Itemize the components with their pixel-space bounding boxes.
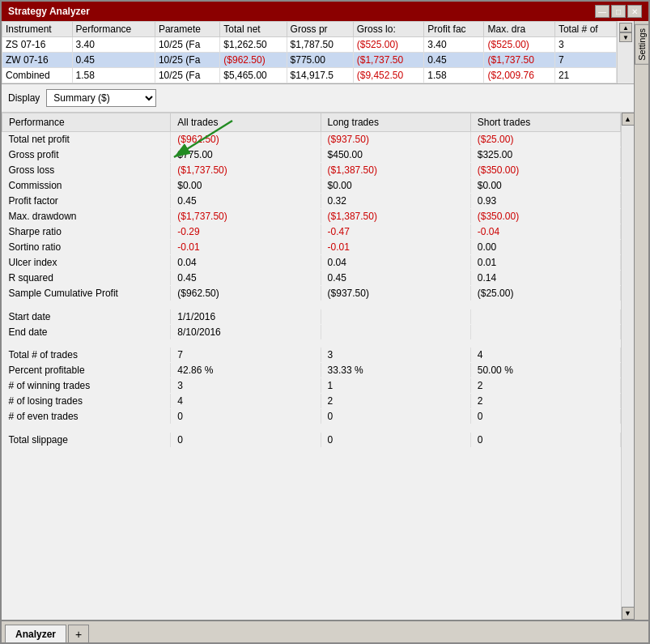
table-cell: $1,262.50 [220,37,287,53]
table-cell: ($2,009.76 [484,68,554,83]
instruments-scroll-down[interactable]: ▼ [619,32,632,42]
long-trades-cell: ($937.50) [321,132,470,147]
table-cell: 10/25 (Fa [155,68,219,83]
long-trades-cell: 2 [321,394,470,409]
table-cell: 1.58 [424,68,484,83]
spacer-cell [470,301,620,309]
table-row[interactable]: Combined1.5810/25 (Fa$5,465.00$14,917.5(… [2,68,617,83]
long-trades-cell [321,309,470,325]
table-cell: 10/25 (Fa [155,37,219,53]
spacer-cell [171,339,321,348]
main-content: Instrument Performance Paramete Total ne… [2,21,648,620]
table-row: R squared0.450.450.14 [2,271,621,286]
table-cell: Combined [2,68,73,83]
all-trades-cell: 3 [171,378,321,394]
table-cell: $1,787.50 [287,37,353,53]
scroll-up-button[interactable]: ▲ [622,113,635,126]
instruments-scroll-up[interactable]: ▲ [619,23,632,32]
row-label: R squared [2,271,171,286]
all-trades-cell: ($962.50) [171,132,321,147]
long-trades-cell: 1 [321,378,470,394]
table-row[interactable]: ZS 07-163.4010/25 (Fa$1,262.50$1,787.50(… [2,37,617,53]
close-button[interactable]: ✕ [627,5,642,18]
table-cell: 0.45 [424,53,484,68]
table-row [2,339,621,348]
table-cell: ZS 07-16 [2,37,73,53]
table-row [2,301,621,309]
row-label: Gross profit [2,147,171,163]
scroll-down-button[interactable]: ▼ [622,607,635,620]
col-gross-lo: Gross lo: [353,22,423,37]
table-cell: 3 [554,37,616,53]
table-cell: 7 [554,53,616,68]
row-label: Total # of trades [2,348,171,363]
table-cell: 0.45 [72,53,155,68]
col-parameters: Paramete [155,22,219,37]
all-trades-cell: 4 [171,394,321,409]
all-trades-cell: 0.04 [171,255,321,271]
short-trades-cell: 4 [470,348,620,363]
instruments-scroll-arrows: ▲ ▼ [617,21,634,83]
long-trades-cell: ($1,387.50) [321,163,470,178]
long-trades-cell: -0.47 [321,224,470,240]
all-trades-cell: 0 [171,433,321,448]
spacer-cell [171,301,321,309]
short-trades-cell: 0.00 [470,240,620,255]
table-cell: 3.40 [72,37,155,53]
long-trades-cell: -0.01 [321,240,470,255]
short-trades-cell: ($350.00) [470,163,620,178]
all-trades-cell: ($1,737.50) [171,209,321,224]
table-cell: ($9,452.50 [353,68,423,83]
table-row: Start date1/1/2016 [2,309,621,325]
row-label: Total net profit [2,132,171,147]
short-trades-cell: 50.00 % [470,363,620,378]
instruments-section: Instrument Performance Paramete Total ne… [2,21,634,84]
table-cell: ($525.00) [353,37,423,53]
table-row: # of losing trades422 [2,394,621,409]
table-row: Total slippage000 [2,433,621,448]
table-cell: 3.40 [424,37,484,53]
row-label: Sharpe ratio [2,224,171,240]
row-label: # of winning trades [2,378,171,394]
spacer-cell [2,301,171,309]
long-trades-cell: 0 [321,409,470,424]
title-bar: Strategy Analyzer — □ ✕ [2,2,648,21]
minimize-button[interactable]: — [595,5,610,18]
all-trades-cell: 1/1/2016 [171,309,321,325]
tab-bar: Analyzer + [2,620,648,642]
spacer-cell [470,424,620,433]
tab-add-button[interactable]: + [68,625,89,642]
display-select[interactable]: Summary ($) Summary (%) Trades Performan… [46,89,156,107]
long-trades-cell: $0.00 [321,178,470,194]
short-trades-cell: ($350.00) [470,209,620,224]
all-trades-cell: $775.00 [171,147,321,163]
instruments-table: Instrument Performance Paramete Total ne… [2,21,617,83]
row-label: # of losing trades [2,394,171,409]
maximize-button[interactable]: □ [611,5,626,18]
long-trades-cell: 33.33 % [321,363,470,378]
table-cell: 1.58 [72,68,155,83]
row-label: # of even trades [2,409,171,424]
table-row: Gross loss($1,737.50)($1,387.50)($350.00… [2,163,621,178]
table-cell: ($1,737.50 [353,53,423,68]
short-trades-cell: 0.93 [470,194,620,209]
tab-analyzer[interactable]: Analyzer [5,625,66,642]
row-label: Gross loss [2,163,171,178]
spacer-cell [470,339,620,348]
window-title: Strategy Analyzer [8,6,90,17]
settings-tab[interactable]: Settings [635,24,649,65]
all-trades-cell: 0 [171,409,321,424]
row-label: Percent profitable [2,363,171,378]
long-trades-cell: 3 [321,348,470,363]
short-trades-cell: ($25.00) [470,286,620,301]
row-label: Profit factor [2,194,171,209]
row-label: Total slippage [2,433,171,448]
table-cell: $5,465.00 [220,68,287,83]
center-panel: Instrument Performance Paramete Total ne… [2,21,634,620]
table-row[interactable]: ZW 07-160.4510/25 (Fa($962.50)$775.00($1… [2,53,617,68]
col-instrument: Instrument [2,22,73,37]
row-label: Max. drawdown [2,209,171,224]
spacer-cell [2,424,171,433]
short-trades-cell [470,309,620,325]
short-trades-cell: ($25.00) [470,132,620,147]
